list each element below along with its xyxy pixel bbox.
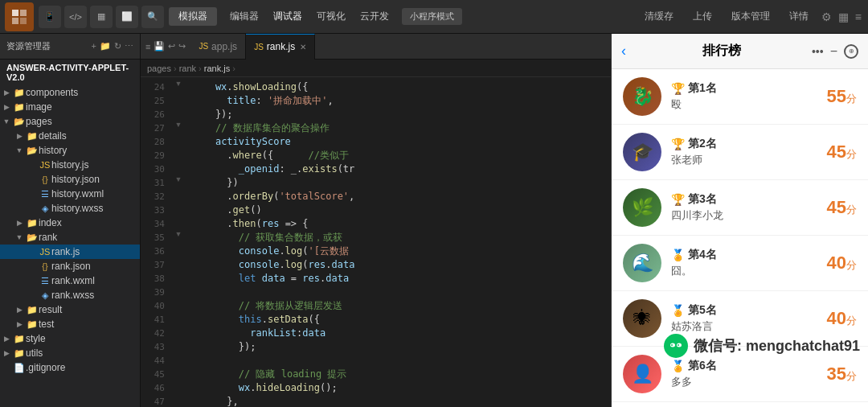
sidebar-item-history-wxss[interactable]: ◈ history.wxss: [0, 201, 140, 216]
rank-name: 殴: [671, 97, 827, 112]
rank-item[interactable]: 🎓 🏆 第2名 张老师 45分: [612, 125, 868, 180]
fold-arrow[interactable]: ▼: [171, 118, 186, 132]
sidebar-item-style[interactable]: ▶ 📁 style: [0, 331, 140, 346]
sidebar-item-pages[interactable]: ▼ 📂 pages: [0, 114, 140, 129]
sidebar-item-history-wxml[interactable]: ☰ history.wxml: [0, 187, 140, 201]
sidebar-item-history-json[interactable]: {} history.json: [0, 172, 140, 187]
toolbar-menu: 编辑器 调试器 可视化 云开发: [223, 6, 395, 27]
cloud-menu[interactable]: 云开发: [354, 6, 395, 27]
rank-item[interactable]: 👤 🏅 第7名 □A□□一个达不刘 25分: [612, 402, 868, 407]
tab-rank-js[interactable]: JS rank.js ✕: [246, 34, 315, 60]
watermark-label: 微信号: mengchatchat91: [694, 336, 860, 356]
code-content[interactable]: wx.showLoading({ title: '拼命加载中', }); // …: [186, 77, 611, 407]
code-editor[interactable]: 24252627 28293031 32333435 36373839 4041…: [141, 77, 611, 407]
mini-program-mode-btn[interactable]: 小程序模式: [402, 8, 462, 25]
phone-icon[interactable]: 📱: [39, 6, 61, 28]
sidebar-item-label: style: [26, 333, 46, 344]
minus-icon[interactable]: −: [830, 44, 837, 59]
sidebar-content: ANSWER-ACTIVITY-APPLET-V2.0 ▶ 📁 componen…: [0, 60, 140, 407]
sidebar-new-file-icon[interactable]: +: [92, 41, 96, 51]
rank-position: 第2名: [688, 137, 717, 151]
rank-item[interactable]: 🌿 🏆 第3名 四川李小龙 45分: [612, 180, 868, 236]
rank-name: 囧。: [671, 264, 827, 278]
sidebar-item-image[interactable]: ▶ 📁 image: [0, 100, 140, 114]
arrow-open-icon: ▼: [0, 117, 13, 125]
simulator-button[interactable]: 模拟器: [169, 7, 217, 26]
rank-info: 🏅 第6名 多多: [661, 359, 827, 389]
sidebar-item-label: rank.json: [51, 261, 91, 272]
detail-button[interactable]: 详情: [783, 7, 815, 26]
circle-icon: ⊕: [844, 44, 858, 59]
breadcrumb-sep: ›: [174, 64, 177, 73]
sidebar-item-rank-js[interactable]: JS rank.js: [0, 245, 140, 259]
rank-score-group: 45分: [827, 197, 857, 218]
sidebar-item-rank-wxml[interactable]: ☰ rank.wxml: [0, 273, 140, 288]
layout-icon[interactable]: ▦: [90, 6, 113, 28]
medal-icon: 🏅: [671, 304, 685, 317]
arrow-icon: ▶: [13, 132, 26, 140]
app-logo: [5, 2, 34, 31]
wxss-file-icon: ◈: [39, 290, 51, 301]
rank-avatar: 🎓: [623, 133, 661, 171]
sidebar-item-gitignore[interactable]: 📄 .gitignore: [0, 360, 140, 375]
upload-button[interactable]: 上传: [686, 7, 719, 26]
rank-item[interactable]: 🌊 🏅 第4名 囧。 40分: [612, 236, 868, 291]
js-tab-icon: JS: [199, 42, 208, 51]
visualize-menu[interactable]: 可视化: [310, 6, 352, 27]
toolbar-grid-icon[interactable]: ▦: [838, 10, 849, 23]
file-icon: 📄: [13, 363, 26, 373]
sidebar-item-history-js[interactable]: JS history.js: [0, 158, 140, 172]
sidebar-item-rank[interactable]: ▼ 📂 rank: [0, 230, 140, 245]
sidebar-new-folder-icon[interactable]: 📁: [100, 41, 111, 51]
back-button[interactable]: ‹: [621, 43, 626, 60]
phone-header: ‹ 排行榜 ••• − ⊕: [612, 34, 868, 69]
arrow-open-icon: ▼: [13, 146, 26, 154]
tab-undo-icon[interactable]: ↩: [168, 41, 175, 51]
cache-button[interactable]: 清缓存: [638, 7, 680, 26]
arrow-icon: ▶: [0, 88, 13, 97]
sidebar-item-index[interactable]: ▶ 📁 index: [0, 216, 140, 230]
arrow-spacer: [26, 204, 39, 212]
sidebar-item-details[interactable]: ▶ 📁 details: [0, 129, 140, 143]
rank-item[interactable]: 🐉 🏆 第1名 殴 55分: [612, 69, 868, 125]
trophy-icon: 🏆: [671, 82, 685, 95]
code-icon[interactable]: </>: [64, 6, 87, 28]
search-icon[interactable]: 🔍: [141, 6, 164, 28]
more-icon[interactable]: •••: [812, 45, 824, 58]
line-numbers: 24252627 28293031 32333435 36373839 4041…: [141, 77, 171, 407]
sidebar-collapse-icon[interactable]: ⋯: [125, 41, 133, 51]
version-button[interactable]: 版本管理: [725, 7, 776, 26]
svg-rect-1: [20, 10, 27, 16]
folder-icon: 📁: [13, 334, 26, 344]
debugger-menu[interactable]: 调试器: [267, 6, 309, 27]
svg-rect-3: [20, 18, 27, 24]
tab-save-icon[interactable]: 💾: [154, 41, 165, 51]
rank-avatar: 🌊: [623, 244, 661, 282]
arrow-icon: ▶: [0, 335, 13, 343]
tab-app-js[interactable]: JS app.js: [190, 34, 246, 60]
fold-arrow[interactable]: ▼: [171, 77, 186, 91]
sidebar-item-result[interactable]: ▶ 📁 result: [0, 302, 140, 317]
sidebar-toolbar: 资源管理器 + 📁 ↻ ⋯: [0, 34, 140, 60]
tab-close-icon[interactable]: ✕: [300, 43, 306, 51]
toolbar-extra-icon[interactable]: ⚙: [821, 10, 832, 23]
sidebar-refresh-icon[interactable]: ↻: [114, 41, 121, 51]
fold-arrow[interactable]: ▼: [171, 173, 186, 187]
sidebar-item-components[interactable]: ▶ 📁 components: [0, 85, 140, 100]
toolbar-menu-icon[interactable]: ≡: [855, 10, 862, 23]
rank-badge: 🏅 第4名: [671, 248, 827, 262]
sidebar-item-history[interactable]: ▼ 📂 history: [0, 143, 140, 158]
editor-menu[interactable]: 编辑器: [223, 6, 265, 27]
tab-menu-icon[interactable]: ≡: [145, 42, 150, 51]
window-icon[interactable]: ⬜: [116, 6, 138, 28]
rank-badge: 🏆 第2名: [671, 137, 827, 151]
sidebar-item-test[interactable]: ▶ 📁 test: [0, 317, 140, 331]
rank-info: 🏆 第2名 张老师: [661, 137, 827, 167]
breadcrumb-rank: rank: [179, 64, 196, 73]
sidebar-item-utils[interactable]: ▶ 📁 utils: [0, 346, 140, 360]
fold-arrow[interactable]: ▼: [171, 228, 186, 241]
tab-redo-icon[interactable]: ↪: [178, 41, 186, 51]
sidebar-item-rank-json[interactable]: {} rank.json: [0, 259, 140, 273]
sidebar-item-label: history.js: [51, 159, 88, 171]
sidebar-item-rank-wxss[interactable]: ◈ rank.wxss: [0, 288, 140, 302]
